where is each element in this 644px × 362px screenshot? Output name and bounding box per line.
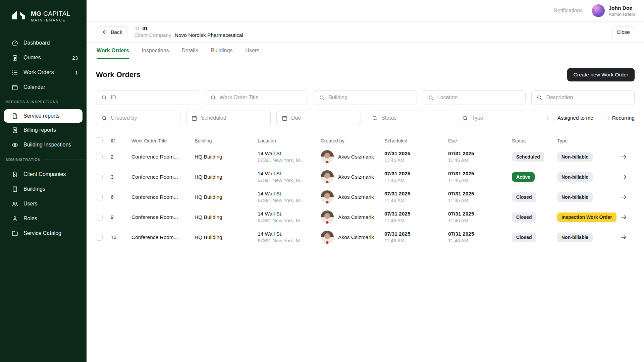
- col-header-created-by: Created by: [321, 138, 384, 143]
- filter-row-2: Assigned to me Recurring: [96, 111, 635, 125]
- sidebar-item-roles[interactable]: Roles: [0, 211, 87, 226]
- row-checkbox[interactable]: [96, 174, 103, 180]
- row-checkbox[interactable]: [96, 234, 103, 241]
- create-work-order-button[interactable]: Create new Work Order: [567, 68, 635, 81]
- user-menu[interactable]: John Doe Administrator: [592, 4, 635, 17]
- close-button[interactable]: Close: [611, 26, 635, 38]
- filter-created-by: [96, 111, 180, 125]
- status-badge: Scheduled: [512, 152, 544, 162]
- filter-description: [531, 90, 635, 105]
- cell-scheduled: 07/31 2025 11:46 AM: [384, 150, 448, 163]
- tab-buildings[interactable]: Buildings: [211, 48, 232, 59]
- cell-title: Conference Room...: [131, 154, 195, 160]
- sidebar-item-service-catalog[interactable]: Service Catalog: [0, 226, 87, 241]
- search-icon: [462, 115, 468, 121]
- type-badge: Non-billable: [557, 172, 593, 182]
- cell-location: 14 Wall St. 67391 New York, M...: [258, 211, 321, 223]
- tab-inspections[interactable]: Inspections: [142, 48, 169, 59]
- search-icon: [372, 115, 378, 121]
- sidebar-item-billing-reports[interactable]: Billing reports: [0, 123, 87, 137]
- row-open-button[interactable]: [614, 193, 635, 201]
- role-icon: [11, 215, 18, 222]
- filter-location-input[interactable]: [437, 95, 521, 101]
- cell-due: 07/31 2025 11:46 AM: [448, 231, 512, 243]
- table-header: ID Work Order Title Building Location Cr…: [96, 135, 635, 147]
- cell-scheduled: 07/31 2025 11:46 AM: [384, 171, 448, 183]
- sidebar-item-service-reports[interactable]: Service reports: [4, 109, 83, 123]
- table-body: 2 Conference Room... HQ Building 14 Wall…: [96, 147, 635, 247]
- recurring-checkbox[interactable]: Recurring: [602, 115, 635, 121]
- tab-details[interactable]: Details: [182, 48, 198, 59]
- filter-building-input[interactable]: [328, 95, 412, 101]
- row-checkbox[interactable]: [96, 214, 103, 221]
- sidebar-item-client-companies[interactable]: Client Companies: [0, 167, 87, 182]
- billing-icon: [11, 127, 18, 134]
- sidebar-item-calendar[interactable]: Calendar: [0, 80, 87, 95]
- filter-status-input[interactable]: [381, 115, 446, 121]
- search-icon: [101, 95, 107, 101]
- building-icon: [11, 186, 18, 193]
- sidebar-item-dashboard[interactable]: Dashboard: [0, 36, 87, 50]
- filter-created-by-input[interactable]: [111, 115, 175, 121]
- tab-work-orders[interactable]: Work Orders: [97, 48, 129, 59]
- brand-name: MG CAPITAL: [31, 10, 70, 17]
- dashboard-icon: [11, 40, 18, 47]
- back-arrow-icon: [102, 29, 108, 35]
- id-label: ID: [134, 26, 139, 31]
- table-row[interactable]: 6 Conference Room... HQ Building 14 Wall…: [96, 187, 635, 207]
- client-companies-icon: [11, 171, 18, 178]
- client-company-label: Client Company: [134, 32, 171, 38]
- filter-id-input[interactable]: [111, 95, 194, 101]
- cell-building: HQ Building: [195, 174, 258, 180]
- row-open-button[interactable]: [614, 173, 635, 181]
- quotes-count-badge: 23: [72, 55, 78, 61]
- search-icon: [319, 95, 325, 101]
- table-row[interactable]: 9 Conference Room... HQ Building 14 Wall…: [96, 207, 635, 227]
- filter-title-input[interactable]: [220, 95, 303, 101]
- table-row[interactable]: 2 Conference Room... HQ Building 14 Wall…: [96, 147, 635, 167]
- table-row[interactable]: 3 Conference Room... HQ Building 14 Wall…: [96, 167, 635, 187]
- sidebar-section-administration: ADMINISTRATION: [0, 152, 87, 167]
- filter-type-input[interactable]: [472, 115, 536, 121]
- brand-logo: MG CAPITAL MAINTENANCE: [0, 10, 87, 22]
- content-area: Work Orders Create new Work Order: [87, 59, 644, 247]
- filter-description-input[interactable]: [546, 95, 630, 101]
- notifications-button[interactable]: Notifications: [553, 8, 583, 14]
- cell-created-by: Akos Csizmarik: [321, 190, 384, 203]
- sidebar-item-quotes[interactable]: Quotes 23: [0, 50, 87, 65]
- sidebar-item-users[interactable]: Users: [0, 196, 87, 211]
- row-checkbox[interactable]: [96, 154, 103, 160]
- client-company-value: Novo Nordisk Pharmaceutical: [175, 32, 243, 38]
- filter-scheduled-input[interactable]: [201, 115, 266, 121]
- table-row[interactable]: 10 Conference Room... HQ Building 14 Wal…: [96, 227, 635, 247]
- cell-type: Non-billable: [557, 233, 614, 242]
- cell-status: Closed: [512, 213, 557, 222]
- back-button[interactable]: Back: [97, 26, 127, 38]
- filter-status: [367, 111, 451, 125]
- sidebar-item-buildings[interactable]: Buildings: [0, 182, 87, 196]
- row-open-button[interactable]: [614, 234, 635, 241]
- assigned-to-me-checkbox[interactable]: Assigned to me: [547, 115, 593, 121]
- status-badge: Closed: [512, 233, 536, 242]
- sidebar-item-work-orders[interactable]: Work Orders 1: [0, 65, 87, 80]
- cell-building: HQ Building: [195, 154, 258, 160]
- row-checkbox[interactable]: [96, 194, 103, 200]
- cell-title: Conference Room...: [131, 214, 195, 220]
- col-header-due: Due: [448, 138, 512, 143]
- status-badge: Closed: [512, 213, 536, 222]
- app-window: MG CAPITAL MAINTENANCE Dashboard Quotes …: [0, 0, 644, 362]
- sidebar-item-building-inspections[interactable]: Building Inspections: [0, 137, 87, 152]
- filter-location: [423, 90, 526, 105]
- cell-type: Non-billable: [557, 192, 614, 202]
- calendar-icon: [11, 84, 18, 91]
- row-open-button[interactable]: [614, 214, 635, 221]
- select-all-checkbox[interactable]: [96, 137, 103, 144]
- filter-due-input[interactable]: [291, 115, 356, 121]
- row-open-button[interactable]: [614, 153, 635, 161]
- creator-avatar: [321, 170, 334, 183]
- tab-users[interactable]: Users: [245, 48, 259, 59]
- cell-building: HQ Building: [195, 234, 258, 240]
- cell-id: 6: [111, 194, 131, 200]
- cell-id: 2: [111, 154, 131, 160]
- id-value: 01: [142, 26, 148, 31]
